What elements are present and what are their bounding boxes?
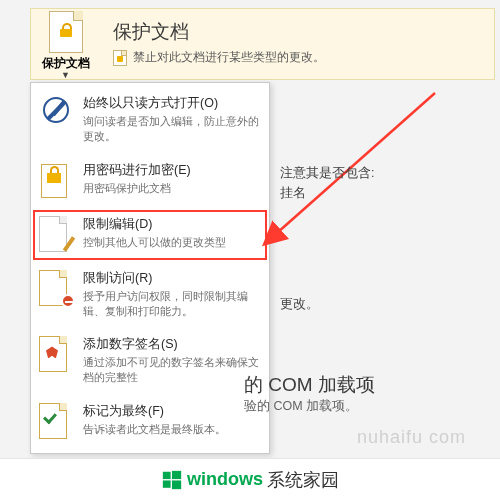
menu-item-title: 限制访问(R) <box>83 270 259 287</box>
mark-final-icon <box>39 403 73 439</box>
svg-rect-1 <box>163 471 171 478</box>
footer-brand: windows系统家园 <box>0 458 500 500</box>
menu-item-desc: 通过添加不可见的数字签名来确保文档的完整性 <box>83 355 259 385</box>
lock-page-icon <box>113 50 127 66</box>
menu-item-title: 始终以只读方式打开(O) <box>83 95 259 112</box>
protect-document-menu: 始终以只读方式打开(O) 询问读者是否加入编辑，防止意外的更改。 用密码进行加密… <box>30 82 270 454</box>
menu-item-desc: 用密码保护此文档 <box>83 181 191 196</box>
menu-item-desc: 询问读者是否加入编辑，防止意外的更改。 <box>83 114 259 144</box>
svg-line-0 <box>277 93 435 233</box>
restrict-edit-icon <box>39 216 73 252</box>
bg-text: 更改。 <box>280 296 319 313</box>
com-addin-sub: 验的 COM 加载项。 <box>244 398 358 415</box>
menu-item-readonly[interactable]: 始终以只读方式打开(O) 询问读者是否加入编辑，防止意外的更改。 <box>31 87 269 154</box>
menu-item-restrict-access[interactable]: 限制访问(R) 授予用户访问权限，同时限制其编辑、复制和打印能力。 <box>31 262 269 329</box>
menu-item-restrict-editing[interactable]: 限制编辑(D) 控制其他人可以做的更改类型 <box>31 208 269 262</box>
svg-rect-4 <box>172 480 181 489</box>
brand-right: 系统家园 <box>267 468 339 492</box>
menu-item-desc: 告诉读者此文档是最终版本。 <box>83 422 226 437</box>
menu-item-title: 标记为最终(F) <box>83 403 226 420</box>
encrypt-icon <box>39 162 73 198</box>
protect-document-banner: 保护文档 ▼ 保护文档 禁止对此文档进行某些类型的更改。 <box>30 8 495 80</box>
protect-document-button[interactable]: 保护文档 ▼ <box>31 9 101 79</box>
lock-page-icon <box>49 11 83 53</box>
bg-text: 挂名 <box>280 185 306 202</box>
readonly-icon <box>39 95 73 131</box>
menu-item-digital-signature[interactable]: 添加数字签名(S) 通过添加不可见的数字签名来确保文档的完整性 <box>31 328 269 395</box>
svg-rect-3 <box>163 480 171 487</box>
com-addin-title: 的 COM 加载项 <box>244 372 375 398</box>
menu-item-encrypt[interactable]: 用密码进行加密(E) 用密码保护此文档 <box>31 154 269 208</box>
menu-item-title: 限制编辑(D) <box>83 216 226 233</box>
svg-rect-2 <box>172 470 181 478</box>
menu-item-desc: 授予用户访问权限，同时限制其编辑、复制和打印能力。 <box>83 289 259 319</box>
bg-text: 注意其是否包含: <box>280 165 374 182</box>
menu-item-title: 用密码进行加密(E) <box>83 162 191 179</box>
restrict-access-icon <box>39 270 73 306</box>
protect-button-label: 保护文档 <box>42 55 90 72</box>
brand-left: windows <box>187 469 263 490</box>
menu-item-title: 添加数字签名(S) <box>83 336 259 353</box>
watermark: nuhaifu com <box>357 427 466 448</box>
menu-item-mark-final[interactable]: 标记为最终(F) 告诉读者此文档是最终版本。 <box>31 395 269 449</box>
menu-item-desc: 控制其他人可以做的更改类型 <box>83 235 226 250</box>
chevron-down-icon: ▼ <box>61 72 70 78</box>
banner-title: 保护文档 <box>113 19 325 45</box>
signature-icon <box>39 336 73 372</box>
windows-logo-icon <box>161 469 183 491</box>
banner-subtitle: 禁止对此文档进行某些类型的更改。 <box>133 49 325 66</box>
